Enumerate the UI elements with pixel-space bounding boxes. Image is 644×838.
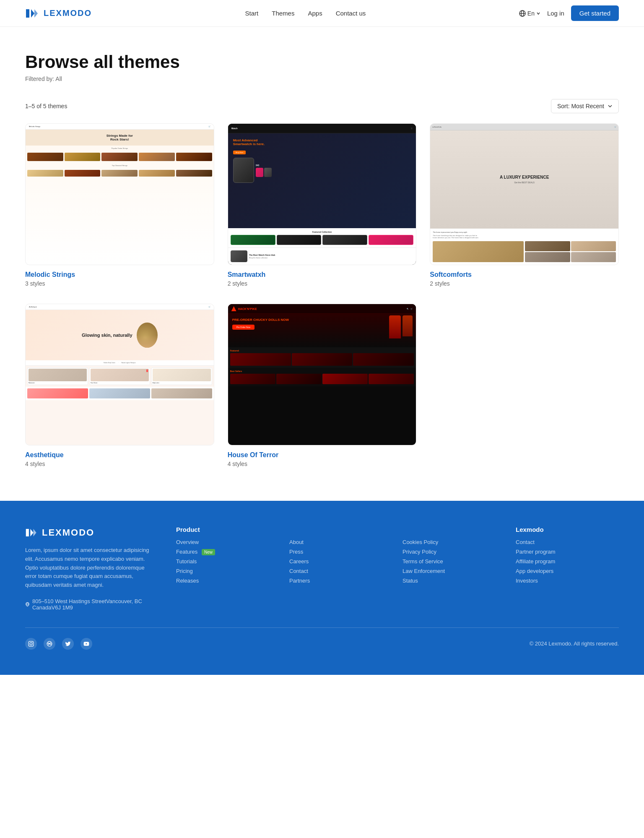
footer-col-product: Product Overview Features New Tutorials … <box>176 526 279 611</box>
footer-link-about[interactable]: About <box>289 539 392 545</box>
footer-links: Product Overview Features New Tutorials … <box>176 526 619 611</box>
footer-col-about-title <box>289 526 392 533</box>
nav-apps[interactable]: Apps <box>308 10 322 17</box>
theme-card-softcomforts[interactable]: softcomforts 🛒 A LUXURY EXPERIENCE Get t… <box>430 123 619 287</box>
footer-logo: LEXMODO <box>25 526 151 539</box>
theme-thumbnail-smartwatch: Watch ☰ Most AdvancedSmartwatch is here.… <box>228 123 417 265</box>
svg-point-11 <box>30 643 32 645</box>
navbar: LEXMODO Start Themes Apps Contact us En … <box>0 0 644 27</box>
footer-features-text: Features <box>176 549 197 555</box>
svg-marker-1 <box>31 9 34 18</box>
footer-about: LEXMODO Lorem, ipsum dolor sit amet cons… <box>25 526 151 611</box>
location-icon <box>25 601 30 607</box>
footer-col-product-title: Product <box>176 526 279 533</box>
svg-marker-2 <box>34 9 38 18</box>
theme-card-aesthetique[interactable]: Ästhetique 🛒 Glowing skin, naturally Kit… <box>25 304 214 467</box>
svg-rect-10 <box>29 641 34 646</box>
themes-grid: Melodic Strings 🛒 Strings Made forRock S… <box>25 123 619 467</box>
lang-label: En <box>527 10 535 17</box>
nav-links: Start Themes Apps Contact us <box>245 10 366 17</box>
nav-contact[interactable]: Contact us <box>336 10 366 17</box>
globe-icon <box>519 10 526 17</box>
sort-chevron-icon <box>608 104 613 109</box>
theme-card-melodic[interactable]: Melodic Strings 🛒 Strings Made forRock S… <box>25 123 214 287</box>
svg-marker-7 <box>30 529 33 536</box>
theme-name-horror: House Of Terror <box>228 451 417 459</box>
theme-name-aesthetique: Aesthetique <box>25 451 214 459</box>
footer-col-lexmodo: Lexmodo Contact Partner program Affiliat… <box>516 526 619 611</box>
youtube-icon[interactable] <box>80 638 92 650</box>
nav-start[interactable]: Start <box>245 10 259 17</box>
login-button[interactable]: Log in <box>547 10 564 17</box>
page-title: Browse all themes <box>25 52 619 72</box>
footer-link-privacy[interactable]: Privacy Policy <box>402 549 506 555</box>
language-selector[interactable]: En <box>519 10 540 17</box>
footer-link-partners[interactable]: Partners <box>289 578 392 584</box>
footer-socials <box>25 638 92 650</box>
theme-styles-horror: 4 styles <box>228 461 417 467</box>
get-started-button[interactable]: Get started <box>571 5 619 21</box>
footer-col-lexmodo-title: Lexmodo <box>516 526 619 533</box>
footer-logo-icon <box>25 526 39 539</box>
logo[interactable]: LEXMODO <box>25 6 92 21</box>
theme-name-smartwatch: Smartwatxh <box>228 271 417 278</box>
footer-link-careers[interactable]: Careers <box>289 558 392 565</box>
footer-link-tutorials[interactable]: Tutorials <box>176 558 279 565</box>
theme-styles-softcomforts: 2 styles <box>430 280 619 287</box>
main-content: Browse all themes Filtered by: All 1–5 o… <box>0 27 644 501</box>
footer-logo-text: LEXMODO <box>42 527 94 538</box>
sort-label: Sort: Most Recent <box>557 103 604 109</box>
footer-link-investors[interactable]: Investors <box>516 578 619 584</box>
logo-text: LEXMODO <box>44 8 92 18</box>
footer-link-overview[interactable]: Overview <box>176 539 279 545</box>
instagram-icon[interactable] <box>25 638 37 650</box>
themes-header: 1–5 of 5 themes Sort: Most Recent <box>25 99 619 113</box>
footer-description: Lorem, ipsum dolor sit amet consectetur … <box>25 546 151 590</box>
svg-marker-8 <box>34 529 36 536</box>
filter-label: Filtered by: All <box>25 75 619 82</box>
nav-right: En Log in Get started <box>519 5 619 21</box>
footer-col-legal-title <box>402 526 506 533</box>
footer: LEXMODO Lorem, ipsum dolor sit amet cons… <box>0 501 644 675</box>
footer-address: 805–510 West Hastings StreetVancouver, B… <box>25 598 151 611</box>
footer-link-features[interactable]: Features New <box>176 549 279 555</box>
theme-name-softcomforts: Softcomforts <box>430 271 619 278</box>
footer-link-releases[interactable]: Releases <box>176 578 279 584</box>
theme-thumbnail-melodic: Melodic Strings 🛒 Strings Made forRock S… <box>25 123 214 265</box>
theme-thumbnail-aesthetique: Ästhetique 🛒 Glowing skin, naturally Kit… <box>25 304 214 445</box>
footer-copyright: © 2024 Lexmodo. All rights reserved. <box>530 640 619 647</box>
theme-styles-melodic: 3 styles <box>25 280 214 287</box>
footer-link-affiliate[interactable]: Affiliate program <box>516 558 619 565</box>
svg-rect-0 <box>26 9 29 18</box>
sort-dropdown[interactable]: Sort: Most Recent <box>551 99 619 113</box>
dribbble-icon[interactable] <box>44 638 55 650</box>
footer-link-press[interactable]: Press <box>289 549 392 555</box>
logo-icon <box>25 6 40 21</box>
nav-themes[interactable]: Themes <box>272 10 294 17</box>
theme-card-horror[interactable]: HACK'N'PIKE 🔍 🛒 PRE-ORDER CHUCKY DOLLS N… <box>228 304 417 467</box>
footer-link-status[interactable]: Status <box>402 578 506 584</box>
footer-bottom: © 2024 Lexmodo. All rights reserved. <box>25 627 619 650</box>
theme-styles-smartwatch: 2 styles <box>228 280 417 287</box>
footer-address-text: 805–510 West Hastings StreetVancouver, B… <box>32 598 151 611</box>
footer-link-pricing[interactable]: Pricing <box>176 568 279 574</box>
footer-link-cookies[interactable]: Cookies Policy <box>402 539 506 545</box>
footer-link-terms[interactable]: Terms of Service <box>402 558 506 565</box>
themes-count: 1–5 of 5 themes <box>25 103 67 109</box>
footer-link-contact2[interactable]: Contact <box>516 539 619 545</box>
svg-point-12 <box>32 642 33 643</box>
twitter-icon[interactable] <box>62 638 74 650</box>
footer-link-law[interactable]: Law Enforcement <box>402 568 506 574</box>
theme-name-melodic: Melodic Strings <box>25 271 214 278</box>
footer-link-contact[interactable]: Contact <box>289 568 392 574</box>
footer-link-appdev[interactable]: App developers <box>516 568 619 574</box>
footer-col-about: About Press Careers Contact Partners <box>289 526 392 611</box>
theme-styles-aesthetique: 4 styles <box>25 461 214 467</box>
new-badge: New <box>202 549 215 555</box>
svg-point-9 <box>26 603 29 605</box>
chevron-down-icon <box>536 11 540 16</box>
theme-thumbnail-softcomforts: softcomforts 🛒 A LUXURY EXPERIENCE Get t… <box>430 123 619 265</box>
footer-link-partner[interactable]: Partner program <box>516 549 619 555</box>
theme-card-smartwatch[interactable]: Watch ☰ Most AdvancedSmartwatch is here.… <box>228 123 417 287</box>
theme-thumbnail-horror: HACK'N'PIKE 🔍 🛒 PRE-ORDER CHUCKY DOLLS N… <box>228 304 417 445</box>
